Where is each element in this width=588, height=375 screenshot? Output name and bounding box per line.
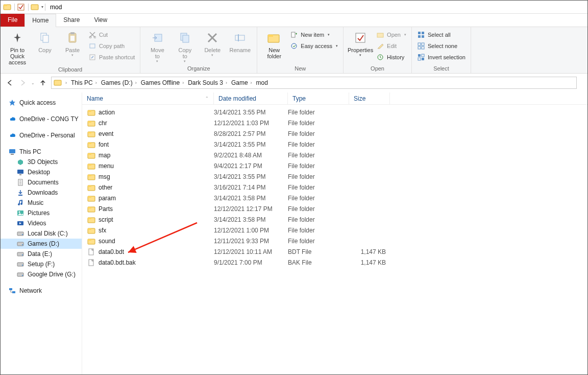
sidebar-drive-selected[interactable]: Games (D:) <box>1 239 82 249</box>
file-row[interactable]: script3/14/2021 3:58 PMFile folder <box>82 214 587 225</box>
sidebar-drive[interactable]: Setup (F:) <box>1 259 82 269</box>
svg-rect-5 <box>43 35 48 42</box>
copy-to-button[interactable]: Copy to▾ <box>171 29 199 63</box>
file-name: data0.bdt.bak <box>99 259 136 266</box>
svg-rect-58 <box>12 291 15 293</box>
file-row[interactable]: msg3/14/2021 3:55 PMFile folder <box>82 171 587 182</box>
delete-button[interactable]: Delete▾ <box>199 29 226 57</box>
open-icon <box>376 31 384 39</box>
file-row[interactable]: chr12/12/2021 1:03 PMFile folder <box>82 118 587 128</box>
file-row[interactable]: map9/2/2021 8:48 AMFile folder <box>82 150 587 160</box>
tab-share[interactable]: Share <box>56 14 87 27</box>
sidebar-documents[interactable]: Documents <box>1 177 82 188</box>
sidebar-3d-objects[interactable]: 3D Objects <box>1 157 82 167</box>
history-button[interactable]: History <box>374 53 408 62</box>
delete-icon <box>204 30 220 46</box>
paste-shortcut-button[interactable]: Paste shortcut <box>86 53 137 62</box>
file-name: msg <box>99 173 110 180</box>
new-item-button[interactable]: New item▾ <box>288 30 340 39</box>
column-header-date[interactable]: Date modified <box>214 92 288 104</box>
back-button[interactable] <box>5 78 15 88</box>
sidebar-onedrive[interactable]: OneDrive - Personal <box>1 130 82 140</box>
file-row[interactable]: param3/14/2021 3:58 PMFile folder <box>82 193 587 203</box>
folder-icon <box>87 130 95 137</box>
sidebar-drive[interactable]: Local Disk (C:) <box>1 228 82 239</box>
svg-rect-31 <box>418 46 421 49</box>
new-folder-icon <box>266 30 282 46</box>
invert-selection-button[interactable]: Invert selection <box>415 53 468 62</box>
file-row[interactable]: Parts12/12/2021 12:17 PMFile folder <box>82 203 587 214</box>
breadcrumb-item[interactable]: mod <box>255 79 270 86</box>
sidebar-videos[interactable]: Videos <box>1 218 82 228</box>
svg-rect-26 <box>422 32 424 34</box>
move-to-button[interactable]: Move to▾ <box>143 29 171 63</box>
breadcrumb-item[interactable]: This PC› <box>69 79 99 86</box>
column-header-name[interactable]: Name⌃ <box>82 92 214 104</box>
sidebar-drive[interactable]: Data (E:) <box>1 249 82 259</box>
svg-rect-7 <box>70 32 75 34</box>
tab-view[interactable]: View <box>87 14 114 27</box>
qat-dropdown-icon[interactable]: ▾ <box>41 5 43 9</box>
file-row[interactable]: data0.bdt12/12/2021 10:11 AMBDT File1,14… <box>82 246 587 257</box>
file-row[interactable]: sfx12/12/2021 1:00 PMFile folder <box>82 225 587 236</box>
properties-button[interactable]: Properties▾ <box>347 29 374 57</box>
sidebar-this-pc[interactable]: This PC <box>1 147 82 157</box>
tab-home[interactable]: Home <box>24 14 56 27</box>
cut-button[interactable]: Cut <box>86 30 137 39</box>
svg-rect-35 <box>418 58 421 60</box>
select-none-button[interactable]: Select none <box>415 41 468 51</box>
up-button[interactable] <box>38 78 48 88</box>
file-name: sfx <box>99 227 106 234</box>
sidebar-onedrive[interactable]: OneDrive - CONG TY <box>1 114 82 124</box>
folder-icon <box>87 141 95 148</box>
sidebar-network[interactable]: Network <box>1 286 82 296</box>
file-icon <box>87 259 95 266</box>
copy-button[interactable]: Copy <box>31 29 59 53</box>
svg-rect-70 <box>88 164 91 166</box>
sidebar-pictures[interactable]: Pictures <box>1 208 82 218</box>
file-name: other <box>99 184 112 191</box>
file-name: action <box>99 109 115 116</box>
easy-access-button[interactable]: Easy access▾ <box>288 41 340 51</box>
select-all-button[interactable]: Select all <box>415 30 468 39</box>
sidebar-quick-access[interactable]: Quick access <box>1 98 82 108</box>
sidebar-desktop[interactable]: Desktop <box>1 167 82 177</box>
folder-icon <box>87 173 95 180</box>
file-row[interactable]: other3/16/2021 7:14 PMFile folder <box>82 182 587 193</box>
open-button[interactable]: Open▾ <box>374 30 408 39</box>
file-row[interactable]: action3/14/2021 3:55 PMFile folder <box>82 107 587 118</box>
svg-rect-27 <box>418 35 421 38</box>
breadcrumb-item[interactable]: Games Offline› <box>139 79 185 86</box>
file-row[interactable]: font3/14/2021 3:55 PMFile folder <box>82 139 587 150</box>
paste-button[interactable]: Paste ▾ <box>59 29 86 57</box>
pin-to-quick-access-button[interactable]: Pin to Quick access <box>4 29 31 65</box>
breadcrumb-item[interactable]: Games (D:)› <box>100 79 138 86</box>
rename-button[interactable]: Rename <box>226 29 254 53</box>
file-row[interactable]: data0.bdt.bak9/1/2021 7:00 PMBAK File1,1… <box>82 257 587 268</box>
svg-rect-78 <box>88 207 91 208</box>
tab-file[interactable]: File <box>1 14 24 27</box>
sidebar-drive[interactable]: Google Drive (G:) <box>1 269 82 279</box>
column-header-size[interactable]: Size <box>349 92 390 104</box>
file-row[interactable]: menu9/4/2021 2:17 PMFile folder <box>82 160 587 171</box>
recent-locations-dropdown[interactable]: ⌄ <box>31 81 35 85</box>
file-row[interactable]: event8/28/2021 2:57 PMFile folder <box>82 128 587 139</box>
forward-button[interactable] <box>18 78 28 88</box>
breadcrumb-item[interactable]: Dark Souls 3› <box>186 79 229 86</box>
navigation-pane: Quick access OneDrive - CONG TY OneDrive… <box>1 92 82 374</box>
svg-rect-76 <box>88 196 91 198</box>
column-header-type[interactable]: Type <box>288 92 349 104</box>
qat-save-icon[interactable] <box>16 3 26 12</box>
move-to-icon <box>149 30 165 46</box>
svg-rect-20 <box>291 32 295 37</box>
edit-button[interactable]: Edit <box>374 41 408 51</box>
file-row[interactable]: sound12/11/2021 9:33 PMFile folder <box>82 236 587 246</box>
svg-rect-32 <box>422 46 424 49</box>
breadcrumb-item[interactable]: Game› <box>230 79 254 86</box>
sidebar-downloads[interactable]: Downloads <box>1 188 82 198</box>
sidebar-music[interactable]: Music <box>1 198 82 208</box>
address-bar[interactable]: › This PC› Games (D:)› Games Offline› Da… <box>51 77 577 89</box>
folder-icon <box>87 227 95 234</box>
new-folder-button[interactable]: New folder <box>260 29 288 59</box>
copy-path-button[interactable]: Copy path <box>86 41 137 51</box>
